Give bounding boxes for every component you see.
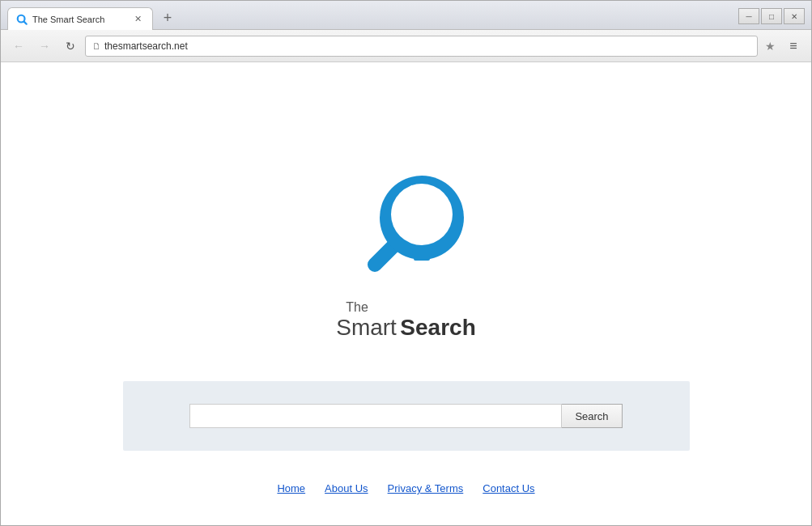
svg-rect-6 <box>412 251 432 255</box>
minimize-button[interactable]: ─ <box>738 8 759 24</box>
back-button[interactable]: ← <box>7 35 30 57</box>
search-button[interactable]: Search <box>562 404 622 428</box>
footer-links: Home About Us Privacy & Terms Contact Us <box>277 482 534 494</box>
page-icon: 🗋 <box>92 41 101 51</box>
svg-rect-5 <box>410 245 433 249</box>
logo-search: Search <box>400 315 475 340</box>
logo-image <box>341 159 470 297</box>
browser-tab[interactable]: The Smart Search ✕ <box>7 7 153 30</box>
logo-smart: Smart <box>336 315 397 340</box>
footer-link-home[interactable]: Home <box>277 482 305 494</box>
logo-the: The <box>346 300 476 315</box>
page-wrapper: The Smart Search Search Home About Us Pr… <box>1 62 811 525</box>
url-input[interactable] <box>104 40 750 52</box>
logo-text: The Smart Search <box>336 300 476 341</box>
bookmark-button[interactable]: ★ <box>761 37 779 55</box>
forward-button[interactable]: → <box>33 35 56 57</box>
svg-point-4 <box>391 184 453 245</box>
tab-close-button[interactable]: ✕ <box>131 13 144 26</box>
window-controls: ─ □ ✕ <box>738 8 805 29</box>
menu-button[interactable]: ≡ <box>782 35 805 57</box>
navigation-bar: ← → ↻ 🗋 ★ ≡ <box>1 30 811 62</box>
refresh-button[interactable]: ↻ <box>59 35 82 57</box>
footer-link-privacy[interactable]: Privacy & Terms <box>388 482 464 494</box>
logo-area: The Smart Search <box>336 159 476 341</box>
close-button[interactable]: ✕ <box>784 8 805 24</box>
svg-rect-7 <box>414 257 430 261</box>
tab-favicon <box>16 14 28 25</box>
footer-link-about[interactable]: About Us <box>325 482 368 494</box>
address-bar[interactable]: 🗋 <box>85 36 758 57</box>
svg-line-1 <box>24 21 27 23</box>
chrome-window: The Smart Search ✕ + ─ □ ✕ ← → ↻ 🗋 ★ ≡ <box>0 0 812 526</box>
tab-title: The Smart Search <box>32 15 126 24</box>
maximize-button[interactable]: □ <box>761 8 782 24</box>
search-input[interactable] <box>189 404 562 428</box>
search-area: Search <box>123 381 690 451</box>
new-tab-button[interactable]: + <box>156 6 179 29</box>
footer-link-contact[interactable]: Contact Us <box>483 482 534 494</box>
page-content: The Smart Search Search Home About Us Pr… <box>1 62 811 525</box>
title-bar: The Smart Search ✕ + ─ □ ✕ <box>1 1 811 30</box>
